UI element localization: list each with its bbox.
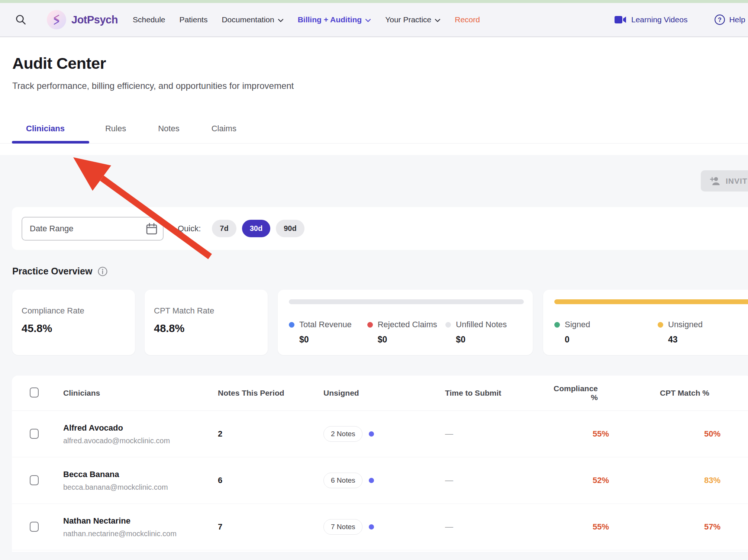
nav-item[interactable]: Patients	[180, 15, 208, 24]
column-header-notes-this-period: Notes This Period	[218, 389, 323, 398]
stat-card-value: 48.8%	[154, 322, 268, 335]
compliance-percent-value: 55%	[545, 429, 609, 439]
page-header: Audit Center Track performance, billing …	[0, 37, 748, 144]
unsigned-notes-badge[interactable]: 6 Notes	[323, 473, 362, 488]
brand-logo-icon	[47, 10, 66, 29]
brand-wordmark: JotPsych	[71, 14, 118, 26]
tab-label: Claims	[212, 124, 236, 133]
legend-label: Unfilled Notes	[456, 320, 507, 329]
legend-value: $0	[299, 335, 367, 345]
unsigned-notes-badge[interactable]: 2 Notes	[323, 426, 362, 442]
tab[interactable]: Claims	[196, 124, 252, 143]
row-checkbox[interactable]	[30, 522, 39, 532]
info-icon[interactable]	[97, 266, 108, 277]
practice-overview-title: Practice Overview	[12, 266, 92, 277]
signing-legend: Signed 0 Unsigned 43	[554, 320, 748, 345]
time-to-submit-value: —	[445, 522, 545, 532]
clinician-email: becca.banana@mockclinic.com	[63, 483, 218, 492]
legend-label: Rejected Claims	[378, 320, 437, 329]
chevron-down-icon	[365, 19, 371, 22]
tab[interactable]: Clinicians	[12, 124, 89, 143]
video-camera-icon	[614, 15, 627, 25]
tab-label: Notes	[158, 124, 179, 133]
tab[interactable]: Rules	[89, 124, 142, 143]
quick-range-pill[interactable]: 90d	[276, 220, 304, 237]
nav-item[interactable]: Record	[455, 15, 480, 24]
svg-text:?: ?	[718, 17, 722, 23]
row-checkbox[interactable]	[30, 429, 39, 439]
clinician-name: Nathan Nectarine	[63, 516, 218, 526]
nav-item[interactable]: Your Practice	[385, 15, 441, 24]
notes-this-period-value: 6	[218, 476, 323, 485]
help-icon: ?	[714, 14, 725, 25]
legend-value: 43	[668, 335, 748, 345]
legend-label: Total Revenue	[299, 320, 352, 329]
nav-item[interactable]: Billing + Auditing	[298, 15, 371, 24]
legend-label: Signed	[565, 320, 590, 329]
date-range-input[interactable]	[22, 217, 164, 241]
chevron-down-icon	[278, 19, 284, 22]
legend-dot	[445, 322, 451, 328]
legend-item: Unfilled Notes $0	[445, 320, 524, 345]
brand-logo[interactable]: JotPsych	[47, 10, 118, 29]
invite-button[interactable]: INVITE	[701, 170, 748, 192]
nav-item[interactable]: Schedule	[133, 15, 165, 24]
legend-dot	[367, 322, 373, 328]
column-header-time-to-submit: Time to Submit	[445, 389, 545, 398]
tab[interactable]: Notes	[142, 124, 195, 143]
notes-this-period-value: 2	[218, 429, 323, 439]
nav-item-label: Your Practice	[385, 15, 431, 24]
nav-item[interactable]: Documentation	[222, 15, 283, 24]
table-row[interactable]: Becca Banana becca.banana@mockclinic.com…	[12, 457, 748, 504]
clinicians-table: Clinicians Notes This Period Unsigned Ti…	[12, 376, 748, 552]
learning-videos-link[interactable]: Learning Videos	[631, 15, 687, 24]
select-all-checkbox[interactable]	[30, 387, 39, 398]
legend-value: $0	[456, 335, 524, 345]
column-header-compliance: Compliance %	[545, 384, 609, 402]
table-row[interactable]: Nathan Nectarine nathan.nectarine@mockcl…	[12, 504, 748, 550]
tab-label: Rules	[105, 124, 126, 133]
time-to-submit-value: —	[445, 476, 545, 485]
revenue-progress-bar	[289, 299, 524, 304]
quick-range-pills: 7d 30d 90d	[212, 220, 304, 237]
table-row[interactable]: Alfred Avocado alfred.avocado@mockclinic…	[12, 411, 748, 457]
row-checkbox[interactable]	[30, 475, 39, 485]
nav-item-label: Patients	[180, 15, 208, 24]
clinician-name: Alfred Avocado	[63, 423, 218, 433]
cpt-match-percent-value: 50%	[609, 429, 720, 439]
clinician-email: alfred.avocado@mockclinic.com	[63, 437, 218, 445]
legend-item: Total Revenue $0	[289, 320, 367, 345]
clinician-email: nathan.nectarine@mockclinic.com	[63, 530, 218, 538]
quick-range-label: Quick:	[178, 224, 201, 234]
date-range-field	[22, 217, 164, 241]
legend-item: Signed 0	[554, 320, 658, 345]
help-link[interactable]: ? Help	[714, 14, 745, 25]
invite-button-label: INVITE	[726, 177, 748, 186]
audit-tabs: Clinicians Rules Notes Claims	[0, 124, 748, 144]
cpt-match-rate-card: CPT Match Rate 48.8%	[145, 290, 268, 355]
column-header-cpt-match: CPT Match %	[609, 389, 720, 398]
nav-item-label: Schedule	[133, 15, 165, 24]
clinician-name: Becca Banana	[63, 470, 218, 479]
chevron-down-icon	[435, 19, 441, 22]
compliance-rate-card: Compliance Rate 45.8%	[12, 290, 135, 355]
legend-value: $0	[378, 335, 446, 345]
cpt-match-percent-value: 57%	[609, 522, 720, 532]
quick-range-pill[interactable]: 7d	[212, 220, 236, 237]
quick-range-pill[interactable]: 30d	[242, 220, 270, 237]
table-header-row: Clinicians Notes This Period Unsigned Ti…	[12, 376, 748, 411]
cpt-match-percent-value: 83%	[609, 476, 720, 485]
signing-progress-bar	[554, 299, 748, 304]
nav-right-cluster: Learning Videos ? Help	[614, 3, 745, 36]
compliance-percent-value: 55%	[545, 522, 609, 532]
unsigned-indicator-dot	[369, 431, 374, 437]
filter-bar: Quick: 7d 30d 90d	[12, 207, 748, 250]
unsigned-notes-badge[interactable]: 7 Notes	[323, 519, 362, 535]
legend-dot	[554, 322, 560, 328]
legend-label: Unsigned	[668, 320, 703, 329]
revenue-legend: Total Revenue $0 Rejected Claims $0 Unfi…	[289, 320, 524, 345]
page-title: Audit Center	[12, 54, 748, 73]
compliance-percent-value: 52%	[545, 476, 609, 485]
search-button[interactable]	[15, 14, 27, 26]
main-nav: Schedule Patients Documentation Billing …	[133, 15, 480, 24]
